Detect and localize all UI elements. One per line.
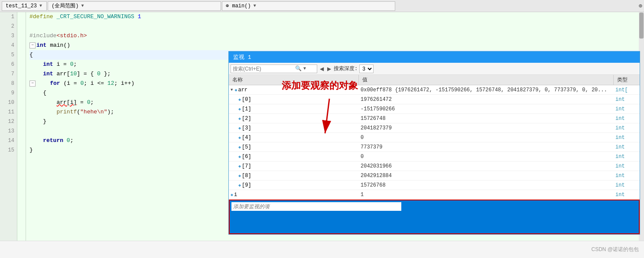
item-6-value: 0 <box>359 154 614 160</box>
i-icon: ◆ <box>231 192 233 197</box>
watch-row-i[interactable]: ◆ i 1 int <box>229 190 640 200</box>
line-1: 1 <box>0 12 17 22</box>
item-4-value: 0 <box>359 135 614 141</box>
line-2: 2 <box>0 22 17 31</box>
item-8-icon: ◆ <box>238 173 241 178</box>
watch-title: 监视 1 <box>233 53 251 61</box>
pin-button[interactable]: ⊕ <box>639 2 642 10</box>
i-name: i <box>234 192 237 198</box>
func-label: ⊕ main() <box>226 3 251 9</box>
watch-row-arr[interactable]: ▼ ◆ arr 0x00eff878 {1976261472, -1517590… <box>229 85 640 95</box>
collapse-4[interactable]: − <box>29 42 36 48</box>
i-type: int <box>614 192 640 198</box>
item-1-icon: ◆ <box>238 106 241 112</box>
item-6-name: [6] <box>242 154 251 160</box>
arr-diamond-icon: ◆ <box>234 87 237 93</box>
watch-title-bar: 监视 1 <box>229 52 640 63</box>
code-line-2 <box>29 22 644 31</box>
item-4-icon: ◆ <box>238 135 241 140</box>
bottom-bar: CSDN @诺诺的包包 <box>0 241 644 258</box>
watch-row-5[interactable]: ◆ [5] 7737379 int <box>229 142 640 152</box>
watch-forward-btn[interactable]: ▶ <box>326 66 332 72</box>
item-2-name: [2] <box>242 116 251 122</box>
item-9-icon: ◆ <box>238 183 241 188</box>
add-item-input[interactable] <box>231 202 401 211</box>
collapse-8[interactable]: − <box>29 81 36 87</box>
item-0-value: 1976261472 <box>359 97 614 103</box>
col-header-name: 名称 <box>229 75 359 85</box>
item-5-icon: ◆ <box>238 145 241 150</box>
watch-row-9[interactable]: ◆ [9] 15726768 int <box>229 181 640 190</box>
item-2-value: 15726748 <box>359 116 614 122</box>
code-line-3: #include<stdio.h> <box>29 31 644 41</box>
item-8-value: 2042912884 <box>359 173 614 179</box>
item-3-name: [3] <box>242 125 251 131</box>
watermark: CSDN @诺诺的包包 <box>591 246 639 253</box>
scrollbar-thumb[interactable] <box>639 13 644 39</box>
watch-depth-select[interactable]: 3 1 2 4 5 <box>359 64 374 73</box>
item-9-name: [9] <box>242 182 251 188</box>
line-14: 14 <box>0 136 17 145</box>
line-7: 7 <box>0 69 17 79</box>
item-9-type: int <box>614 182 640 188</box>
watch-row-8[interactable]: ◆ [8] 2042912884 int <box>229 171 640 181</box>
item-3-value: 2041827379 <box>359 125 614 131</box>
add-item-row[interactable] <box>229 200 640 234</box>
watch-search-input[interactable] <box>233 66 293 72</box>
watch-search-box: 🔍 ▼ <box>231 64 317 73</box>
line-8: 8 <box>0 79 17 88</box>
file-dropdown-arrow: ▼ <box>39 3 43 8</box>
line-3: 3 <box>0 31 17 41</box>
watch-row-4[interactable]: ◆ [4] 0 int <box>229 133 640 142</box>
line-11: 11 <box>0 107 17 117</box>
item-1-value: -1517590266 <box>359 106 614 112</box>
line-gutter: 1 2 3 4 5 ▶ 6 7 8 9 10 11 12 13 14 15 <box>0 12 17 241</box>
item-6-type: int <box>614 154 640 160</box>
item-0-name: [0] <box>242 97 251 103</box>
watch-rows: ▼ ◆ arr 0x00eff878 {1976261472, -1517590… <box>229 85 640 234</box>
watch-back-btn[interactable]: ◀ <box>319 66 325 72</box>
item-7-name: [7] <box>242 163 251 169</box>
watch-window: 监视 1 🔍 ▼ ◀ ▶ 搜索深度: 3 1 2 4 5 <box>228 51 640 235</box>
item-7-icon: ◆ <box>238 164 241 169</box>
watch-row-3[interactable]: ◆ [3] 2041827379 int <box>229 123 640 133</box>
item-0-icon: ◆ <box>238 97 241 102</box>
item-7-value: 2042031966 <box>359 163 614 169</box>
code-line-4: − int main() <box>29 41 644 50</box>
watch-row-7[interactable]: ◆ [7] 2042031966 int <box>229 161 640 171</box>
file-selector[interactable]: test_11_23 ▼ <box>2 1 47 11</box>
col-header-type: 类型 <box>614 75 640 85</box>
col-header-value: 值 <box>359 75 614 85</box>
line-13: 13 <box>0 126 17 136</box>
item-4-name: [4] <box>242 135 251 141</box>
item-6-icon: ◆ <box>238 154 241 159</box>
func-selector[interactable]: ⊕ main() ▼ <box>222 1 395 11</box>
line-15: 15 <box>0 145 17 155</box>
line-5: 5 ▶ <box>0 50 17 60</box>
item-7-type: int <box>614 163 640 169</box>
func-dropdown-arrow: ▼ <box>253 3 257 8</box>
scope-selector[interactable]: (全局范围) ▼ <box>48 1 221 11</box>
line-9: 9 <box>0 88 17 98</box>
item-3-type: int <box>614 125 640 131</box>
line-6: 6 <box>0 60 17 69</box>
search-icon: 🔍 <box>295 65 302 72</box>
item-2-type: int <box>614 116 640 122</box>
watch-depth-label: 搜索深度: <box>334 65 358 72</box>
item-4-type: int <box>614 135 640 141</box>
file-label: test_11_23 <box>6 3 37 9</box>
watch-table: 名称 值 类型 ▼ ◆ arr 0x00eff878 {1976261472, … <box>229 75 640 234</box>
arr-expand-arrow[interactable]: ▼ <box>231 88 233 92</box>
line-10: 10 <box>0 98 17 107</box>
watch-row-0[interactable]: ◆ [0] 1976261472 int <box>229 95 640 104</box>
scope-label: (全局范围) <box>52 2 78 10</box>
watch-row-1[interactable]: ◆ [1] -1517590266 int <box>229 104 640 114</box>
arr-name-cell: ▼ ◆ arr <box>229 87 359 93</box>
item-8-type: int <box>614 173 640 179</box>
watch-row-6[interactable]: ◆ [6] 0 int <box>229 152 640 161</box>
arr-value-cell: 0x00eff878 {1976261472, -1517590266, 157… <box>359 87 614 93</box>
watch-row-2[interactable]: ◆ [2] 15726748 int <box>229 114 640 123</box>
code-line-1: #define _CRT_SECURE_NO_WARNINGS 1 <box>29 12 644 22</box>
main-container: test_11_23 ▼ (全局范围) ▼ ⊕ main() ▼ ⊕ 1 2 3… <box>0 0 644 258</box>
item-1-name: [1] <box>242 106 251 112</box>
